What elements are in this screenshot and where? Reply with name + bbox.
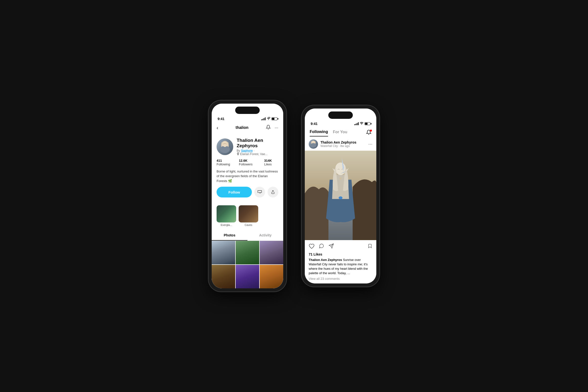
post-actions bbox=[305, 240, 376, 252]
post-more-options[interactable]: ··· bbox=[368, 141, 372, 147]
feed-tab-for-you[interactable]: For You bbox=[333, 130, 348, 136]
profile-bio: Borne of light, nurtured in the vast lus… bbox=[216, 169, 278, 184]
status-icons-left bbox=[261, 117, 277, 120]
photo-cell-6[interactable] bbox=[260, 265, 283, 288]
content-tabs: Photos Activity bbox=[212, 230, 283, 241]
followers-stat[interactable]: 12.6K Followers bbox=[239, 159, 259, 166]
album-label-everglades: Evergla... bbox=[221, 224, 232, 226]
back-button[interactable]: ‹ bbox=[216, 125, 218, 130]
feed-tab-following[interactable]: Following bbox=[310, 130, 328, 136]
signal-icon-right bbox=[354, 122, 359, 125]
album-caves[interactable]: Caves bbox=[239, 205, 258, 226]
profile-display-name: Thalion Aen Zephyros bbox=[237, 138, 278, 148]
photo-grid bbox=[212, 241, 283, 288]
right-phone: 9:41 bbox=[301, 105, 380, 287]
svg-point-12 bbox=[335, 162, 346, 175]
signal-icon-left bbox=[261, 117, 266, 120]
share-button[interactable] bbox=[268, 187, 278, 198]
feed-notification-bell[interactable] bbox=[366, 130, 372, 136]
feed-tabs: Following For You bbox=[310, 130, 348, 136]
post-avatar bbox=[309, 140, 318, 149]
message-button[interactable] bbox=[254, 187, 265, 198]
view-comments-link[interactable]: View all 23 comments bbox=[305, 277, 376, 284]
profile-header: Thalion Aen Zephyros By Saphyre · Elaria… bbox=[212, 134, 283, 206]
like-button[interactable] bbox=[309, 243, 314, 250]
send-button[interactable] bbox=[328, 243, 334, 250]
more-options-icon[interactable]: ··· bbox=[275, 125, 278, 130]
post-username: Thalion Aen Zephyros bbox=[320, 140, 356, 144]
notification-bell-icon[interactable] bbox=[266, 125, 271, 131]
post-meta: Waterfall City · 8w ago bbox=[320, 144, 356, 148]
battery-icon-right bbox=[364, 122, 370, 125]
post-image[interactable] bbox=[305, 151, 376, 240]
post-user-details: Thalion Aen Zephyros Waterfall City · 8w… bbox=[320, 140, 356, 148]
svg-point-5 bbox=[362, 124, 362, 125]
left-phone-screen: 9:41 ‹ bbox=[212, 104, 283, 288]
profile-info-row: Thalion Aen Zephyros By Saphyre · Elaria… bbox=[216, 138, 278, 156]
album-label-caves: Caves bbox=[244, 224, 252, 226]
status-icons-right bbox=[354, 122, 370, 126]
profile-nav: ‹ thalion ··· bbox=[212, 123, 283, 134]
post-image-content bbox=[305, 151, 376, 240]
svg-point-13 bbox=[338, 196, 342, 199]
follow-button[interactable]: Follow bbox=[216, 187, 252, 198]
photo-cell-3[interactable] bbox=[260, 241, 283, 264]
right-phone-screen: 9:41 bbox=[305, 108, 376, 284]
photo-cell-4[interactable] bbox=[212, 265, 235, 288]
photo-cell-1[interactable] bbox=[212, 241, 235, 264]
left-phone: 9:41 ‹ bbox=[208, 100, 287, 292]
svg-point-4 bbox=[223, 142, 227, 147]
wifi-icon-right bbox=[360, 122, 363, 126]
post-user-info[interactable]: Thalion Aen Zephyros Waterfall City · 8w… bbox=[309, 140, 356, 149]
albums-row: Evergla... Caves bbox=[212, 205, 283, 230]
following-stat[interactable]: 411 Following bbox=[216, 159, 234, 166]
album-thumb-everglades bbox=[216, 205, 236, 222]
tab-activity[interactable]: Activity bbox=[248, 230, 283, 240]
profile-location: Elarian Forest, Vae... bbox=[237, 152, 278, 156]
album-everglades[interactable]: Evergla... bbox=[216, 205, 236, 226]
bookmark-button[interactable] bbox=[368, 243, 372, 250]
profile-nav-username: thalion bbox=[236, 126, 248, 130]
comment-button[interactable] bbox=[318, 243, 324, 250]
profile-name-group: Thalion Aen Zephyros By Saphyre · Elaria… bbox=[237, 138, 278, 156]
photo-cell-2[interactable] bbox=[236, 241, 259, 264]
scene: 9:41 ‹ bbox=[208, 100, 380, 292]
photo-cell-5[interactable] bbox=[236, 265, 259, 288]
post-actions-left bbox=[309, 243, 334, 250]
notification-badge bbox=[370, 130, 372, 132]
feed-nav: Following For You bbox=[305, 128, 376, 136]
stats-row: 411 Following 12.6K Followers 314K Likes bbox=[216, 159, 278, 166]
profile-creator: By Saphyre · bbox=[237, 149, 278, 152]
wifi-icon-left bbox=[267, 117, 270, 120]
creator-link[interactable]: Saphyre bbox=[241, 149, 252, 152]
post-header: Thalion Aen Zephyros Waterfall City · 8w… bbox=[305, 136, 376, 151]
time-left: 9:41 bbox=[218, 117, 224, 121]
post-caption: Thalion Aen Zephyros Sunrise over Waterf… bbox=[305, 258, 376, 277]
tab-photos[interactable]: Photos bbox=[212, 230, 248, 240]
svg-point-7 bbox=[310, 143, 316, 148]
caption-username[interactable]: Thalion Aen Zephyros bbox=[309, 258, 342, 262]
likes-stat[interactable]: 314K Likes bbox=[264, 159, 278, 166]
avatar bbox=[216, 138, 233, 155]
action-buttons: Follow bbox=[216, 187, 278, 198]
svg-point-14 bbox=[340, 178, 342, 179]
album-thumb-caves bbox=[239, 205, 258, 222]
dynamic-island-left bbox=[235, 106, 260, 114]
post-likes[interactable]: 71 Likes bbox=[305, 252, 376, 258]
time-right: 9:41 bbox=[311, 122, 318, 126]
nav-icons: ··· bbox=[266, 125, 278, 131]
dynamic-island-right bbox=[328, 112, 353, 119]
battery-icon-left bbox=[272, 117, 277, 120]
